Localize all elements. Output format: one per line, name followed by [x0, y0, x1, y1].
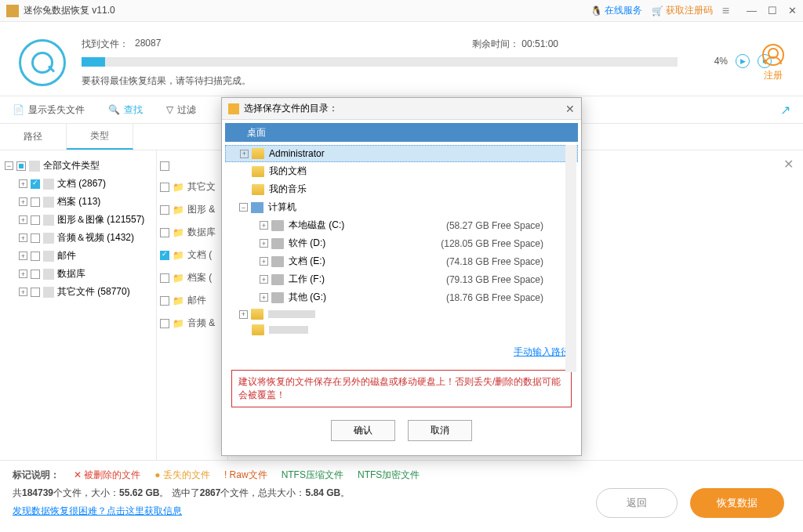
drive-g[interactable]: +其他 (G:)(18.76 GB Free Space) [225, 288, 578, 306]
search-icon [19, 39, 66, 86]
drive-c[interactable]: +本地磁盘 (C:)(58.27 GB Free Space) [225, 216, 578, 234]
legend-ntfs-enc: NTFS加密文件 [358, 469, 420, 482]
register-button[interactable]: 注册 [762, 44, 784, 82]
app-icon [6, 5, 19, 17]
menu-icon[interactable]: ≡ [722, 4, 729, 18]
dialog-ok-button[interactable]: 确认 [331, 420, 395, 441]
remain-time: 00:51:00 [521, 38, 558, 49]
found-label: 找到文件： [82, 38, 129, 51]
dialog-scrollbar[interactable] [565, 145, 576, 372]
dir-tree: +Administrator 我的文档 我的音乐 −计算机 +本地磁盘 (C:)… [225, 142, 578, 341]
drive-e[interactable]: +文档 (E:)(74.18 GB Free Space) [225, 252, 578, 270]
dialog-titlebar: 选择保存文件的目录： ✕ [222, 98, 581, 120]
panel-close-icon[interactable]: ✕ [783, 157, 794, 172]
help-link[interactable]: 发现数据恢复很困难？点击这里获取信息 [13, 505, 182, 518]
list-item[interactable]: 📁 文档 ( [160, 244, 224, 266]
legend-ntfs-comp: NTFS压缩文件 [282, 469, 343, 482]
list-item[interactable]: 📁 数据库 [160, 221, 224, 244]
dir-folder2[interactable] [225, 322, 578, 338]
minimize-button[interactable]: — [747, 5, 757, 16]
legend-raw: ! Raw文件 [224, 469, 267, 482]
tab-type[interactable]: 类型 [67, 124, 133, 150]
dir-mydoc[interactable]: 我的文档 [225, 162, 578, 180]
file-list: 📁 其它文 📁 图形 & 📁 数据库 📁 文档 ( 📁 档案 ( 📁 邮件 📁 … [157, 150, 227, 460]
list-item[interactable]: 📁 邮件 [160, 289, 224, 312]
list-item[interactable]: 📁 其它文 [160, 176, 224, 198]
dialog-icon [228, 103, 239, 114]
progress-fill [82, 57, 105, 67]
save-dialog: 选择保存文件的目录： ✕ 桌面 +Administrator 我的文档 我的音乐… [221, 97, 582, 456]
dialog-warning: 建议将恢复的文件保存在另外的磁盘或移动硬盘上！否则丢失/删除的数据可能会被覆盖！ [231, 370, 572, 407]
dialog-title: 选择保存文件的目录： [244, 102, 338, 115]
tree-other[interactable]: +其它文件 (58770) [19, 283, 151, 301]
desktop-row[interactable]: 桌面 [225, 123, 578, 142]
list-item[interactable]: 📁 档案 ( [160, 266, 224, 289]
progress-bar: 4% ▶ ■ [82, 57, 678, 67]
play-button[interactable]: ▶ [736, 54, 750, 68]
remain-label: 剩余时间： [472, 38, 519, 49]
manual-path-link[interactable]: 手动输入路径 [514, 346, 570, 357]
progress-area: 找到文件： 28087 剩余时间： 00:51:00 4% ▶ ■ 要获得最佳恢… [0, 22, 803, 96]
show-lost-button[interactable]: 📄 显示丢失文件 [13, 103, 85, 117]
list-header[interactable] [160, 157, 224, 176]
back-button[interactable]: 返回 [596, 488, 678, 518]
list-item[interactable]: 📁 音频 & [160, 312, 224, 335]
find-button[interactable]: 🔍 查找 [108, 103, 143, 117]
legend-deleted: ✕ 被删除的文件 [74, 469, 140, 482]
tab-path[interactable]: 路径 [0, 124, 67, 150]
export-icon[interactable]: ↗ [780, 103, 790, 118]
dialog-close-icon[interactable]: ✕ [565, 103, 575, 115]
recover-button[interactable]: 恢复数据 [690, 488, 784, 518]
dir-computer[interactable]: −计算机 [225, 198, 578, 216]
get-regcode-link[interactable]: 🛒 获取注册码 [652, 4, 713, 17]
dir-folder1[interactable]: + [225, 306, 578, 322]
tree-audio[interactable]: +音频＆视频 (1432) [19, 229, 151, 247]
legend-title: 标记说明： [13, 469, 60, 482]
tree-graphics[interactable]: +图形＆图像 (121557) [19, 211, 151, 229]
tree-archive[interactable]: +档案 (113) [19, 193, 151, 211]
filter-button[interactable]: ▽ 过滤 [166, 103, 196, 117]
dir-mymusic[interactable]: 我的音乐 [225, 180, 578, 198]
drive-f[interactable]: +工作 (F:)(79.13 GB Free Space) [225, 270, 578, 288]
maximize-button[interactable]: ☐ [768, 5, 777, 16]
list-item[interactable]: 📁 图形 & [160, 198, 224, 221]
tree-doc[interactable]: +文档 (2867) [19, 175, 151, 193]
type-tree: −全部文件类型 +文档 (2867) +档案 (113) +图形＆图像 (121… [0, 150, 157, 460]
user-icon [762, 44, 784, 66]
tree-root[interactable]: −全部文件类型 [5, 157, 151, 175]
progress-percent: 4% [714, 56, 728, 67]
online-service-link[interactable]: 🐧 在线服务 [590, 4, 642, 17]
dir-admin[interactable]: +Administrator [225, 145, 578, 162]
found-count: 28087 [135, 38, 161, 51]
legend-lost: ● 丢失的文件 [154, 469, 210, 482]
tree-db[interactable]: +数据库 [19, 265, 151, 283]
tree-mail[interactable]: +邮件 [19, 247, 151, 265]
dialog-cancel-button[interactable]: 取消 [408, 420, 472, 441]
scan-tip: 要获得最佳恢复结果，请等待扫描完成。 [82, 74, 762, 88]
titlebar: 迷你兔数据恢复 v11.0 🐧 在线服务 🛒 获取注册码 ≡ — ☐ ✕ [0, 0, 803, 22]
app-title: 迷你兔数据恢复 v11.0 [24, 4, 590, 17]
close-button[interactable]: ✕ [788, 5, 797, 16]
drive-d[interactable]: +软件 (D:)(128.05 GB Free Space) [225, 234, 578, 252]
